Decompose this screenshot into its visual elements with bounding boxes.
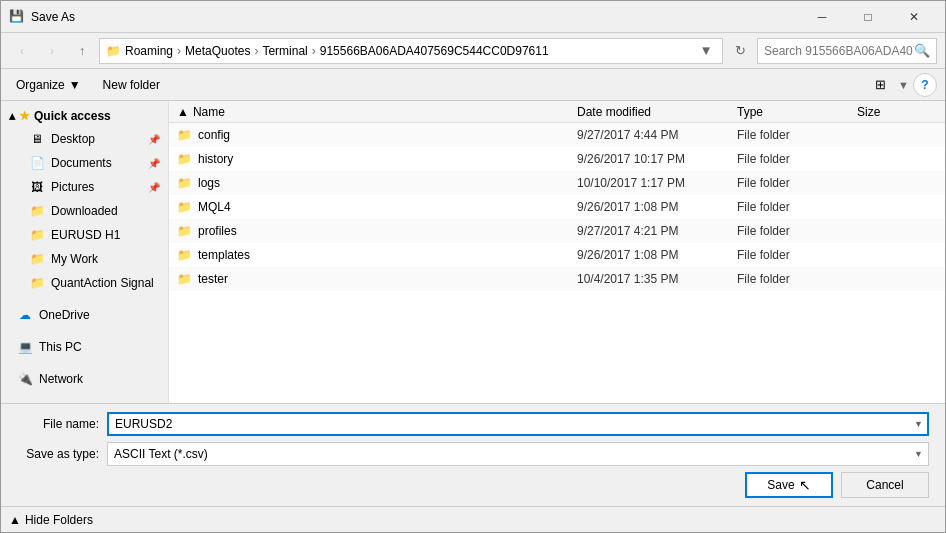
save-button[interactable]: Save ↖ — [745, 472, 833, 498]
folder-icon: 📁 — [177, 248, 192, 262]
path-terminal: Terminal — [262, 44, 307, 58]
forward-button[interactable]: › — [39, 39, 65, 63]
table-row[interactable]: 📁 profiles 9/27/2017 4:21 PM File folder — [169, 219, 945, 243]
desktop-icon: 🖥 — [29, 131, 45, 147]
save-as-dialog: 💾 Save As ─ □ ✕ ‹ › ↑ 📁 Roaming › MetaQu… — [0, 0, 946, 533]
sidebar-item-eurusd[interactable]: 📁 EURUSD H1 — [1, 223, 168, 247]
help-button[interactable]: ? — [913, 73, 937, 97]
view-button[interactable]: ⊞ — [866, 73, 894, 97]
quick-access-header[interactable]: ▴ ★ Quick access — [1, 105, 168, 127]
table-row[interactable]: 📁 MQL4 9/26/2017 1:08 PM File folder — [169, 195, 945, 219]
sidebar-item-onedrive[interactable]: ☁ OneDrive — [1, 303, 168, 327]
sidebar-item-network[interactable]: 🔌 Network — [1, 367, 168, 391]
file-date-profiles: 9/27/2017 4:21 PM — [577, 224, 737, 238]
sidebar-item-thispc-label: This PC — [39, 340, 82, 354]
table-row[interactable]: 📁 history 9/26/2017 10:17 PM File folder — [169, 147, 945, 171]
file-name-history: 📁 history — [177, 152, 577, 166]
search-icon: 🔍 — [914, 43, 930, 58]
sidebar: ▴ ★ Quick access 🖥 Desktop 📌 📄 Documents… — [1, 101, 169, 403]
file-type-history: File folder — [737, 152, 857, 166]
savetype-select[interactable]: ASCII Text (*.csv) — [107, 442, 929, 466]
back-button[interactable]: ‹ — [9, 39, 35, 63]
filename-input-wrapper — [107, 412, 929, 436]
cancel-button[interactable]: Cancel — [841, 472, 929, 498]
file-list-header: ▲ Name Date modified Type Size — [169, 101, 945, 123]
save-button-label: Save — [767, 478, 794, 492]
file-date-config: 9/27/2017 4:44 PM — [577, 128, 737, 142]
table-row[interactable]: 📁 logs 10/10/2017 1:17 PM File folder — [169, 171, 945, 195]
column-size[interactable]: Size — [857, 105, 937, 119]
onedrive-icon: ☁ — [17, 307, 33, 323]
sidebar-item-desktop-label: Desktop — [51, 132, 95, 146]
hide-folders-icon: ▲ — [9, 513, 21, 527]
file-type-config: File folder — [737, 128, 857, 142]
file-type-mql4: File folder — [737, 200, 857, 214]
bottom-panel: File name: Save as type: ASCII Text (*.c… — [1, 403, 945, 506]
path-folder-icon: 📁 — [106, 44, 121, 58]
sidebar-item-documents-label: Documents — [51, 156, 112, 170]
sidebar-item-pictures[interactable]: 🖼 Pictures 📌 — [1, 175, 168, 199]
file-date-history: 9/26/2017 10:17 PM — [577, 152, 737, 166]
sidebar-item-mywork[interactable]: 📁 My Work — [1, 247, 168, 271]
title-bar: 💾 Save As ─ □ ✕ — [1, 1, 945, 33]
table-row[interactable]: 📁 tester 10/4/2017 1:35 PM File folder — [169, 267, 945, 291]
file-date-templates: 9/26/2017 1:08 PM — [577, 248, 737, 262]
form-buttons: Save ↖ Cancel — [17, 472, 929, 498]
file-name-tester: 📁 tester — [177, 272, 577, 286]
spacer3 — [1, 359, 168, 367]
sidebar-item-eurusd-label: EURUSD H1 — [51, 228, 120, 242]
file-name-logs: 📁 logs — [177, 176, 577, 190]
quick-access-label: Quick access — [34, 109, 111, 123]
column-name[interactable]: ▲ Name — [177, 105, 577, 119]
sidebar-item-network-label: Network — [39, 372, 83, 386]
up-button[interactable]: ↑ — [69, 39, 95, 63]
path-id: 915566BA06ADA407569C544CC0D97611 — [320, 44, 549, 58]
savetype-select-wrapper: ASCII Text (*.csv) — [107, 442, 929, 466]
file-name-profiles: 📁 profiles — [177, 224, 577, 238]
savetype-label: Save as type: — [17, 447, 107, 461]
sidebar-item-downloaded[interactable]: 📁 Downloaded — [1, 199, 168, 223]
address-bar: ‹ › ↑ 📁 Roaming › MetaQuotes › Terminal … — [1, 33, 945, 69]
downloaded-folder-icon: 📁 — [29, 203, 45, 219]
sidebar-item-quantaction[interactable]: 📁 QuantAction Signal — [1, 271, 168, 295]
sidebar-item-onedrive-label: OneDrive — [39, 308, 90, 322]
file-name-config: 📁 config — [177, 128, 577, 142]
title-bar-controls: ─ □ ✕ — [799, 1, 937, 33]
folder-icon: 📁 — [177, 200, 192, 214]
pictures-icon: 🖼 — [29, 179, 45, 195]
column-date[interactable]: Date modified — [577, 105, 737, 119]
minimize-button[interactable]: ─ — [799, 1, 845, 33]
sidebar-item-desktop[interactable]: 🖥 Desktop 📌 — [1, 127, 168, 151]
path-roaming: Roaming — [125, 44, 173, 58]
column-type[interactable]: Type — [737, 105, 857, 119]
search-input[interactable] — [764, 44, 914, 58]
sidebar-item-downloaded-label: Downloaded — [51, 204, 118, 218]
sidebar-item-mywork-label: My Work — [51, 252, 98, 266]
new-folder-button[interactable]: New folder — [96, 73, 167, 97]
savetype-row: Save as type: ASCII Text (*.csv) — [17, 442, 929, 466]
file-date-logs: 10/10/2017 1:17 PM — [577, 176, 737, 190]
filename-input[interactable] — [107, 412, 929, 436]
table-row[interactable]: 📁 config 9/27/2017 4:44 PM File folder — [169, 123, 945, 147]
folder-icon: 📁 — [177, 224, 192, 238]
col-name-label: Name — [193, 105, 225, 119]
organize-button[interactable]: Organize ▼ — [9, 73, 88, 97]
hide-folders-bar[interactable]: ▲ Hide Folders — [1, 506, 945, 532]
file-date-mql4: 9/26/2017 1:08 PM — [577, 200, 737, 214]
pin-icon: 📌 — [148, 134, 160, 145]
save-cursor-icon: ↖ — [799, 477, 811, 493]
quick-access-expand-icon: ▴ — [9, 109, 15, 123]
address-path[interactable]: 📁 Roaming › MetaQuotes › Terminal › 9155… — [99, 38, 723, 64]
close-button[interactable]: ✕ — [891, 1, 937, 33]
folder-icon: 📁 — [177, 176, 192, 190]
maximize-button[interactable]: □ — [845, 1, 891, 33]
toolbar-right: ⊞ ▼ ? — [866, 73, 937, 97]
table-row[interactable]: 📁 templates 9/26/2017 1:08 PM File folde… — [169, 243, 945, 267]
sidebar-item-thispc[interactable]: 💻 This PC — [1, 335, 168, 359]
file-date-tester: 10/4/2017 1:35 PM — [577, 272, 737, 286]
quick-access-star-icon: ★ — [19, 109, 30, 123]
sidebar-item-documents[interactable]: 📄 Documents 📌 — [1, 151, 168, 175]
pin-icon-pics: 📌 — [148, 182, 160, 193]
path-dropdown-button[interactable]: ▼ — [696, 39, 716, 63]
refresh-button[interactable]: ↻ — [727, 38, 753, 64]
